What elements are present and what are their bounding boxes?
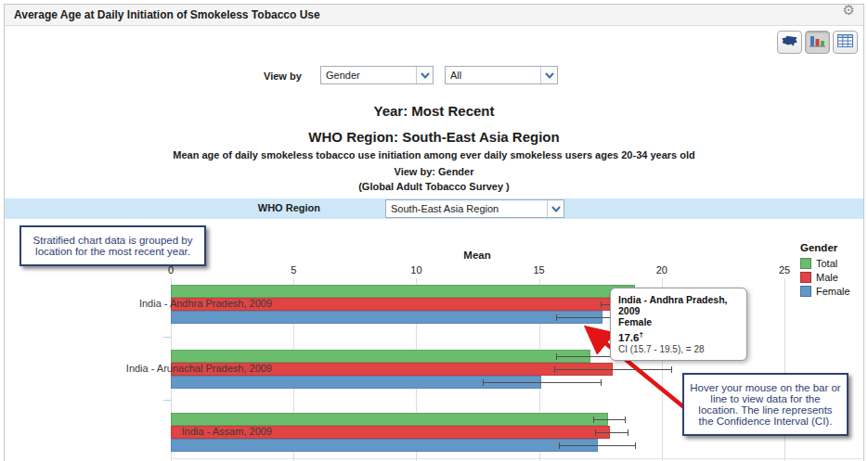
- tooltip-location: India - Andhra Pradesh, 2009: [618, 294, 739, 316]
- region-filter-label: WHO Region: [227, 202, 320, 213]
- ci-whisker-cap: [483, 379, 484, 386]
- chart-subtitle: Mean age of daily smokeless tobacco use …: [0, 149, 868, 160]
- chevron-down-icon: [547, 200, 564, 217]
- legend-title: Gender: [800, 242, 850, 253]
- x-tick-label: 20: [646, 264, 678, 275]
- legend-item-label: Total: [816, 258, 837, 269]
- bar-female-2[interactable]: [171, 439, 598, 452]
- callout-stratified-note: Stratified chart data is grouped by loca…: [19, 225, 206, 266]
- ci-whisker-cap: [625, 416, 626, 423]
- legend-item[interactable]: Total: [800, 258, 850, 269]
- view-by-label: View by: [264, 70, 302, 82]
- table-view-button[interactable]: [833, 31, 858, 54]
- ci-whisker-cap: [601, 379, 602, 386]
- region-heading: WHO Region: South-East Asia Region: [0, 129, 868, 145]
- x-tick-label: 15: [524, 264, 555, 275]
- legend-swatch: [800, 258, 811, 269]
- category-label: India - Andhra Pradesh, 2009: [9, 298, 272, 309]
- legend-swatch: [800, 272, 811, 283]
- view-toggle-toolbar: [777, 31, 858, 54]
- bar-female-0[interactable]: [171, 311, 602, 324]
- ci-whisker-cap: [556, 314, 557, 321]
- ci-whisker[interactable]: [559, 445, 635, 446]
- ci-whisker[interactable]: [595, 432, 627, 433]
- dagger-footnote-icon: †: [639, 330, 642, 339]
- tooltip-group: Female: [618, 316, 739, 327]
- table-icon: [837, 34, 853, 51]
- dashboard-widget: Average Age at Daily Initiation of Smoke…: [0, 0, 868, 461]
- ci-whisker-cap: [559, 442, 560, 449]
- ci-whisker-cap: [628, 429, 628, 436]
- view-by-selected-value: Gender: [326, 67, 414, 83]
- ci-whisker-cap: [601, 301, 602, 308]
- view-by-select[interactable]: Gender: [320, 66, 434, 84]
- legend-item[interactable]: Female: [800, 286, 850, 297]
- us-map-icon: [781, 34, 798, 51]
- gear-icon[interactable]: ⚙: [843, 2, 855, 19]
- secondary-selected-value: All: [450, 67, 538, 83]
- source-heading: (Global Adult Tobacco Survey ): [0, 181, 868, 192]
- region-selected-value: South-East Asia Region: [391, 200, 545, 217]
- view-by-heading: View by: Gender: [0, 166, 868, 177]
- category-separator-line: [171, 458, 864, 459]
- callout-hover-note: Hover your mouse on the bar or line to v…: [682, 373, 849, 436]
- bar-total-0[interactable]: [171, 285, 635, 298]
- ci-whisker-cap: [593, 416, 594, 423]
- chart-legend: Gender TotalMaleFemale: [800, 242, 850, 300]
- widget-titlebar: Average Age at Daily Initiation of Smoke…: [5, 5, 863, 26]
- chevron-down-icon: [540, 67, 557, 83]
- ci-whisker[interactable]: [593, 419, 625, 420]
- category-separator-tick: [163, 400, 172, 401]
- x-tick-label: 25: [769, 264, 800, 275]
- chart-view-button[interactable]: [805, 31, 830, 54]
- bar-total-1[interactable]: [171, 350, 590, 363]
- category-label: India - Assam, 2009: [9, 426, 272, 437]
- x-tick-label: 10: [400, 264, 432, 275]
- category-separator-tick: [163, 337, 172, 338]
- page-title: Average Age at Daily Initiation of Smoke…: [14, 5, 320, 26]
- bar-total-2[interactable]: [171, 413, 608, 426]
- map-view-button[interactable]: [777, 31, 802, 54]
- ci-whisker-cap: [556, 353, 557, 360]
- chevron-down-icon: [416, 67, 433, 83]
- legend-item[interactable]: Male: [800, 272, 850, 283]
- legend-item-label: Male: [816, 272, 838, 283]
- ci-whisker[interactable]: [554, 369, 672, 370]
- region-select[interactable]: South-East Asia Region: [385, 199, 564, 218]
- legend-item-label: Female: [816, 286, 850, 297]
- year-heading: Year: Most Recent: [0, 103, 868, 119]
- ci-whisker-cap: [554, 366, 555, 373]
- data-tooltip: India - Andhra Pradesh, 2009 Female 17.6…: [610, 288, 747, 361]
- x-tick-label: 5: [278, 264, 309, 275]
- ci-whisker-cap: [635, 442, 636, 449]
- ci-whisker[interactable]: [483, 382, 601, 383]
- ci-whisker-cap: [671, 366, 672, 373]
- tooltip-ci: CI (15.7 - 19.5), = 28: [618, 344, 739, 354]
- category-label: India - Arunachal Pradesh, 2009: [9, 363, 272, 374]
- x-axis-title: Mean: [394, 250, 561, 261]
- tooltip-value: 17.6†: [618, 330, 739, 343]
- legend-swatch: [800, 286, 811, 297]
- secondary-filter-select[interactable]: All: [445, 66, 558, 84]
- ci-whisker-cap: [595, 429, 596, 436]
- bar-chart-icon: [810, 34, 825, 51]
